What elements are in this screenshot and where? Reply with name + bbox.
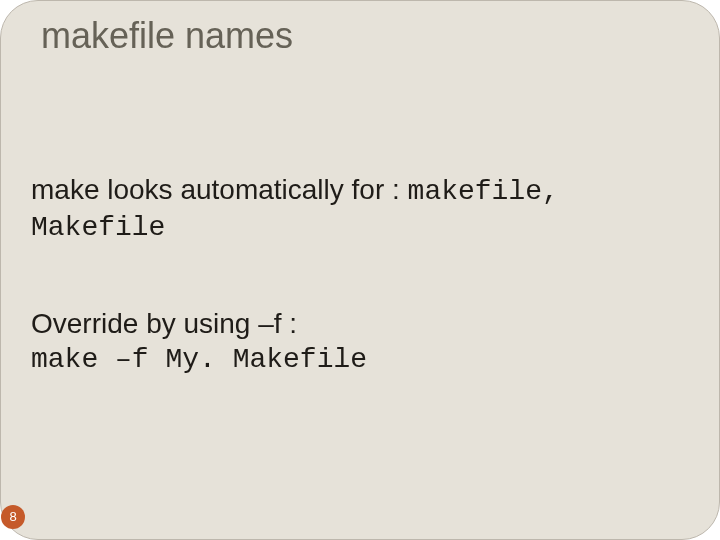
paragraph-override: Override by using –f : make –f My. Makef… (31, 307, 689, 377)
slide: makefile names make looks automatically … (0, 0, 720, 540)
slide-title: makefile names (41, 15, 679, 57)
paragraph-auto-lookup: make looks automatically for : makefile,… (31, 173, 689, 245)
slide-body: make looks automatically for : makefile,… (31, 173, 689, 509)
page-number-badge: 8 (1, 505, 25, 529)
text-override: Override by using –f : (31, 308, 297, 339)
code-make-f: make –f My. Makefile (31, 344, 367, 375)
text-auto-lookup: make looks automatically for : (31, 174, 408, 205)
